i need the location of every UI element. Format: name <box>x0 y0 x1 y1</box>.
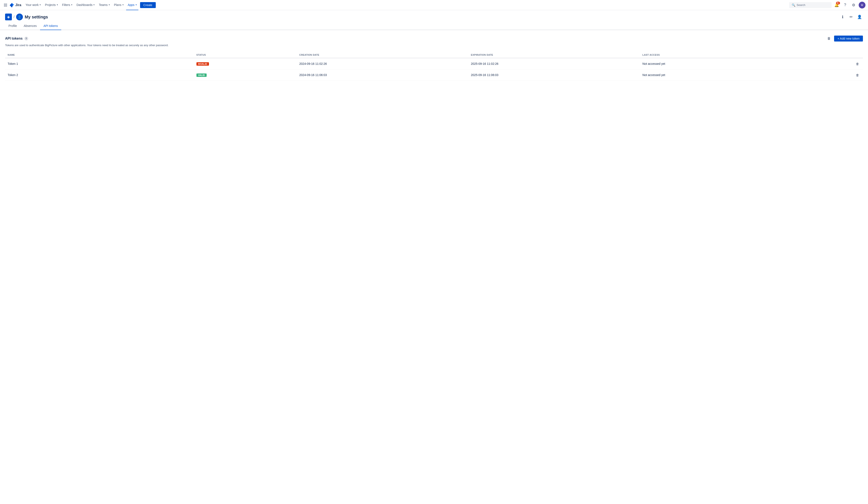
token-last-access-cell: Not accessed yet <box>640 70 829 81</box>
trash-icon: 🗑 <box>827 36 831 40</box>
svg-rect-5 <box>6 5 7 5</box>
page-title: My settings <box>24 14 48 20</box>
cube-icon: ◈ <box>7 14 10 19</box>
user-button[interactable]: 👤 <box>856 13 863 20</box>
token-actions-cell: 🗑 <box>829 58 863 70</box>
delete-token-button[interactable]: 🗑 <box>855 61 860 67</box>
col-header-last-access: LAST ACCESS <box>640 52 829 58</box>
svg-rect-4 <box>5 5 6 5</box>
status-badge: INVALID <box>196 62 209 66</box>
token-expiration-cell: 2025-09-16 11:02:26 <box>468 58 640 70</box>
token-expiration-cell: 2025-09-16 11:06:03 <box>468 70 640 81</box>
col-header-expiration: EXPIRATION DATE <box>468 52 640 58</box>
token-name-cell: Token 2 <box>5 70 194 81</box>
nav-dashboards[interactable]: Dashboards ▾ <box>75 0 96 10</box>
help-button[interactable]: ? <box>842 2 848 9</box>
section-header: API tokens ? 🗑 + Add new token <box>5 35 863 42</box>
trash-icon: 🗑 <box>856 62 859 66</box>
trash-icon: 🗑 <box>856 73 859 77</box>
table-header: NAME STATUS CREATION DATE EXPIRATION DAT… <box>5 52 863 58</box>
svg-rect-2 <box>6 3 7 4</box>
token-status-cell: VALID <box>194 70 297 81</box>
person-icon: 👤 <box>17 15 22 19</box>
settings-tabs: Profile Absences API tokens <box>0 22 868 30</box>
help-icon: ? <box>844 3 846 7</box>
jira-logo[interactable]: Jira <box>9 2 21 8</box>
nav-apps[interactable]: Apps ▾ <box>126 0 138 10</box>
col-header-actions <box>829 52 863 58</box>
gear-icon: ⚙ <box>852 3 855 8</box>
main-area: API tokens ? 🗑 + Add new token Tokens ar… <box>0 30 868 86</box>
app-switcher-icon[interactable] <box>2 2 9 8</box>
nav-filters[interactable]: Filters ▾ <box>60 0 74 10</box>
product-icon: ◈ <box>5 13 12 20</box>
add-token-button[interactable]: + Add new token <box>834 35 863 42</box>
info-button[interactable]: ℹ <box>839 13 846 20</box>
section-description: Tokens are used to authenticate BigPictu… <box>5 44 863 47</box>
table-body: Token 1 INVALID 2024-09-16 11:02:26 2025… <box>5 58 863 81</box>
topnav-right: 🔍 Search 🔔 9+ ? ⚙ U <box>789 2 866 9</box>
tab-profile[interactable]: Profile <box>5 22 20 30</box>
delete-token-button[interactable]: 🗑 <box>855 72 860 78</box>
nav-plans[interactable]: Plans ▾ <box>112 0 125 10</box>
section-title-row: API tokens ? <box>5 36 28 40</box>
search-box[interactable]: 🔍 Search <box>789 2 831 8</box>
page-content: ◈ / 👤 My settings ℹ ✏ 👤 Profile Absences <box>0 10 868 86</box>
notifications-badge: 9+ <box>836 2 840 4</box>
tokens-table: NAME STATUS CREATION DATE EXPIRATION DAT… <box>5 52 863 81</box>
pencil-icon: ✏ <box>849 14 853 19</box>
create-button[interactable]: Create <box>140 2 156 8</box>
avatar-initials: U <box>861 3 863 7</box>
tab-absences[interactable]: Absences <box>20 22 40 30</box>
section-title: API tokens <box>5 36 23 40</box>
nav-projects[interactable]: Projects ▾ <box>43 0 60 10</box>
svg-rect-0 <box>4 3 5 4</box>
chevron-down-icon: ▾ <box>71 3 72 6</box>
topnav-left: Jira Your work ▾ Projects ▾ Filters ▾ Da… <box>2 0 788 10</box>
table-row: Token 1 INVALID 2024-09-16 11:02:26 2025… <box>5 58 863 70</box>
tab-api-tokens[interactable]: API tokens <box>40 22 61 30</box>
svg-rect-6 <box>4 6 5 6</box>
delete-selected-button[interactable]: 🗑 <box>826 35 833 42</box>
user-avatar[interactable]: U <box>859 2 866 9</box>
nav-teams[interactable]: Teams ▾ <box>97 0 111 10</box>
chevron-down-icon: ▾ <box>40 3 41 6</box>
user-icon: 👤 <box>857 14 862 19</box>
chevron-down-icon: ▾ <box>57 3 58 6</box>
table-row: Token 2 VALID 2024-09-16 11:06:03 2025-0… <box>5 70 863 81</box>
section-actions: 🗑 + Add new token <box>826 35 863 42</box>
token-name-cell: Token 1 <box>5 58 194 70</box>
topnav: Jira Your work ▾ Projects ▾ Filters ▾ Da… <box>0 0 868 10</box>
status-badge: VALID <box>196 73 207 77</box>
chevron-down-icon: ▾ <box>136 3 137 6</box>
table-header-row: NAME STATUS CREATION DATE EXPIRATION DAT… <box>5 52 863 58</box>
user-icon-header: 👤 <box>16 13 23 20</box>
info-icon: ℹ <box>842 14 844 19</box>
col-header-status: STATUS <box>194 52 297 58</box>
jira-logo-text: Jira <box>15 3 21 7</box>
token-creation-cell: 2024-09-16 11:06:03 <box>297 70 468 81</box>
svg-rect-3 <box>4 5 5 5</box>
search-icon: 🔍 <box>792 3 795 7</box>
page-actions: ℹ ✏ 👤 <box>839 13 863 20</box>
token-creation-cell: 2024-09-16 11:02:26 <box>297 58 468 70</box>
search-placeholder: Search <box>797 3 805 7</box>
settings-button[interactable]: ⚙ <box>850 2 857 9</box>
nav-your-work[interactable]: Your work ▾ <box>24 0 42 10</box>
help-circle-icon[interactable]: ? <box>24 36 28 40</box>
svg-rect-1 <box>5 3 6 4</box>
col-header-creation: CREATION DATE <box>297 52 468 58</box>
token-actions-cell: 🗑 <box>829 70 863 81</box>
chevron-down-icon: ▾ <box>123 3 124 6</box>
edit-button[interactable]: ✏ <box>848 13 855 20</box>
token-last-access-cell: Not accessed yet <box>640 58 829 70</box>
breadcrumb-separator: / <box>13 15 14 19</box>
chevron-down-icon: ▾ <box>109 3 110 6</box>
svg-rect-8 <box>6 6 7 6</box>
token-status-cell: INVALID <box>194 58 297 70</box>
notifications-button[interactable]: 🔔 9+ <box>833 2 840 9</box>
chevron-down-icon: ▾ <box>93 3 94 6</box>
page-header: ◈ / 👤 My settings ℹ ✏ 👤 <box>0 10 868 20</box>
col-header-name: NAME <box>5 52 194 58</box>
svg-rect-7 <box>5 6 6 6</box>
